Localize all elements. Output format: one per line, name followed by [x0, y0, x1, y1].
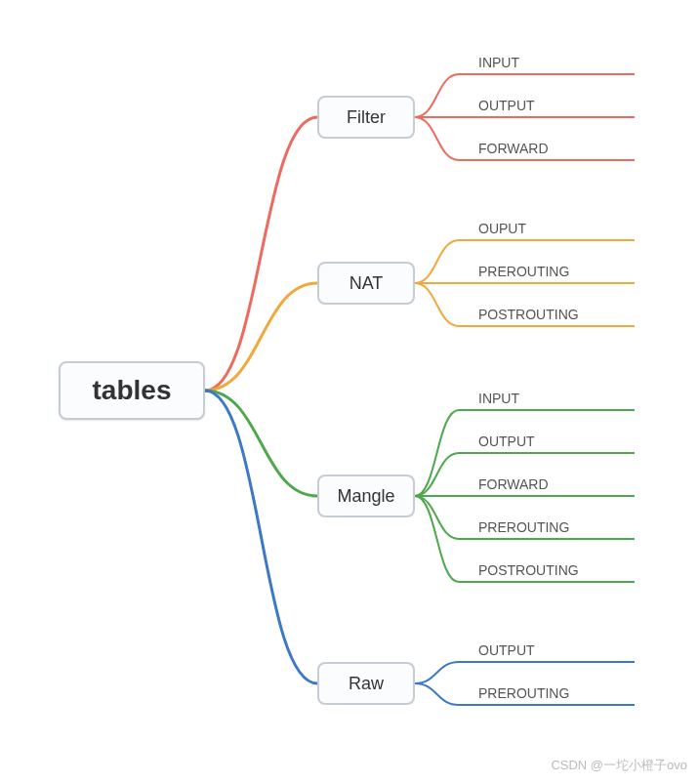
table-node-raw: Raw: [317, 662, 415, 705]
chain-mangle-input: INPUT: [478, 391, 519, 406]
chain-raw-output: OUTPUT: [478, 642, 535, 658]
chain-nat-prerouting: PREROUTING: [478, 264, 569, 279]
table-label: NAT: [350, 273, 384, 294]
chain-filter-output: OUTPUT: [478, 98, 535, 113]
chain-nat-postrouting: POSTROUTING: [478, 307, 579, 322]
chain-filter-forward: FORWARD: [478, 141, 549, 156]
chain-nat-ouput: OUPUT: [478, 221, 526, 236]
table-node-nat: NAT: [317, 262, 415, 305]
watermark: CSDN @一坨小橙子ovo: [551, 757, 687, 774]
root-label: tables: [93, 375, 172, 406]
table-node-filter: Filter: [317, 96, 415, 139]
chain-raw-prerouting: PREROUTING: [478, 685, 569, 701]
chain-mangle-prerouting: PREROUTING: [478, 519, 569, 535]
root-node: tables: [59, 361, 205, 420]
table-label: Raw: [349, 674, 384, 694]
chain-mangle-forward: FORWARD: [478, 476, 549, 492]
chain-filter-input: INPUT: [478, 55, 519, 70]
chain-mangle-postrouting: POSTROUTING: [478, 562, 579, 578]
table-node-mangle: Mangle: [317, 475, 415, 517]
table-label: Filter: [347, 107, 386, 128]
chain-mangle-output: OUTPUT: [478, 433, 535, 449]
table-label: Mangle: [337, 486, 394, 507]
